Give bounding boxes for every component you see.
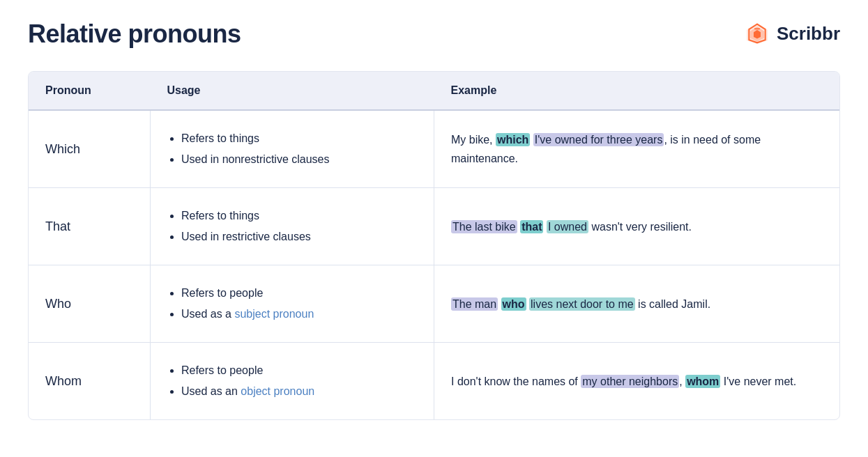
highlight-whom: whom — [685, 375, 720, 388]
table-body: Which Refers to things Used in nonrestri… — [29, 110, 839, 419]
table-row: Whom Refers to people Used as an object … — [29, 343, 839, 420]
highlight-that: that — [520, 220, 543, 233]
usage-item: Refers to things — [181, 130, 417, 147]
page-title: Relative pronouns — [28, 20, 241, 49]
header: Relative pronouns Scribbr — [28, 20, 840, 49]
usage-which: Refers to things Used in nonrestrictive … — [150, 110, 434, 188]
subject-pronoun-link[interactable]: subject pronoun — [234, 308, 314, 320]
table-row: Who Refers to people Used as a subject p… — [29, 265, 839, 343]
object-pronoun-link[interactable]: object pronoun — [241, 385, 314, 397]
example-that: The last bike that I owned wasn't very r… — [434, 188, 839, 265]
example-who: The man who lives next door to me is cal… — [434, 265, 839, 343]
header-row: Pronoun Usage Example — [29, 72, 839, 110]
scribbr-logo-icon — [743, 20, 771, 47]
highlight-antecedent-that: The last bike — [451, 220, 517, 233]
usage-who: Refers to people Used as a subject prono… — [150, 265, 434, 343]
usage-item: Refers to things — [181, 208, 417, 224]
table-row: Which Refers to things Used in nonrestri… — [29, 110, 839, 188]
logo-text: Scribbr — [777, 23, 840, 45]
highlight-clause-which: I've owned for three years — [533, 133, 664, 146]
usage-whom: Refers to people Used as an object prono… — [150, 343, 434, 420]
col-usage: Usage — [150, 72, 434, 110]
usage-that: Refers to things Used in restrictive cla… — [150, 188, 434, 265]
usage-item: Used in restrictive clauses — [181, 228, 417, 245]
example-whom: I don't know the names of my other neigh… — [434, 343, 839, 420]
page-wrapper: Relative pronouns Scribbr Pronoun Usage … — [0, 0, 868, 448]
highlight-clause-that: I owned — [547, 220, 588, 233]
pronoun-whom: Whom — [29, 343, 150, 420]
logo: Scribbr — [743, 20, 840, 47]
pronoun-that: That — [29, 188, 150, 265]
pronouns-table: Pronoun Usage Example Which Refers to th… — [29, 72, 839, 419]
usage-item: Refers to people — [181, 285, 417, 302]
table-row: That Refers to things Used in restrictiv… — [29, 188, 839, 265]
highlight-antecedent-who: The man — [451, 297, 498, 311]
usage-item: Used as an object pronoun — [181, 383, 417, 400]
pronoun-who: Who — [29, 265, 150, 343]
col-pronoun: Pronoun — [29, 72, 150, 110]
pronoun-which: Which — [29, 110, 150, 188]
example-which: My bike, which I've owned for three year… — [434, 110, 839, 188]
table-container: Pronoun Usage Example Which Refers to th… — [28, 71, 840, 420]
highlight-antecedent-whom: my other neighbors — [581, 375, 679, 388]
highlight-clause-who: lives next door to me — [529, 297, 635, 311]
col-example: Example — [434, 72, 839, 110]
highlight-which: which — [496, 133, 530, 146]
table-header: Pronoun Usage Example — [29, 72, 839, 110]
usage-item: Used in nonrestrictive clauses — [181, 151, 417, 168]
highlight-who: who — [501, 297, 526, 311]
usage-item: Used as a subject pronoun — [181, 306, 417, 323]
usage-item: Refers to people — [181, 362, 417, 379]
